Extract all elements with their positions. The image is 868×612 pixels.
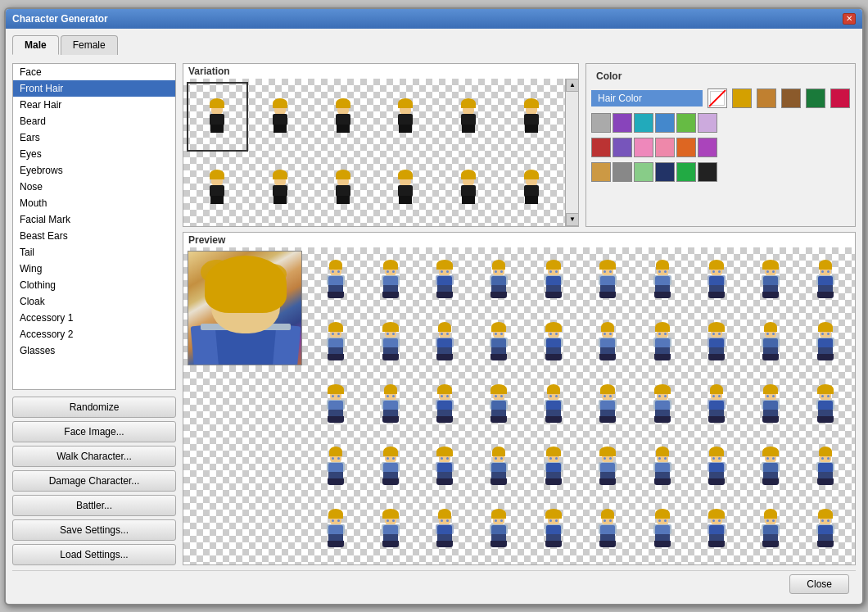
- sidebar-item-cloak[interactable]: Cloak: [13, 293, 175, 310]
- sprite-cell: [581, 251, 634, 311]
- color-swatch-brown[interactable]: [781, 88, 801, 108]
- variation-cell-9[interactable]: [312, 153, 373, 223]
- sidebar-item-eyes[interactable]: Eyes: [13, 146, 175, 162]
- color-swatch-crimson[interactable]: [830, 88, 850, 108]
- sprite-cell: [635, 375, 688, 436]
- scroll-down-btn[interactable]: ▼: [566, 213, 578, 226]
- tab-male[interactable]: Male: [12, 35, 59, 55]
- cs-empty6: [740, 162, 760, 182]
- sprite-cell: [472, 375, 525, 436]
- variation-cell-2[interactable]: [250, 82, 311, 152]
- cs-orange[interactable]: [676, 138, 696, 157]
- variation-cell-1[interactable]: [187, 82, 248, 152]
- cs-green[interactable]: [676, 113, 696, 133]
- color-grid-row4: [591, 162, 850, 182]
- sidebar-item-tail[interactable]: Tail: [13, 244, 175, 261]
- sprite-cell: [635, 500, 688, 560]
- cs-violet[interactable]: [613, 138, 632, 157]
- sidebar-item-wing[interactable]: Wing: [13, 261, 175, 277]
- sidebar-item-beast-ears[interactable]: Beast Ears: [13, 228, 175, 244]
- sidebar-item-beard[interactable]: Beard: [13, 113, 175, 129]
- randomize-button[interactable]: Randomize: [12, 397, 176, 418]
- cs-lpink[interactable]: [655, 138, 675, 157]
- cs-lavender[interactable]: [698, 113, 717, 133]
- color-swatch-gold[interactable]: [732, 88, 752, 108]
- sidebar-item-nose[interactable]: Nose: [13, 179, 175, 195]
- variation-grid: [183, 79, 565, 226]
- variation-cell-12[interactable]: [500, 153, 562, 223]
- sprite-cell: [581, 437, 634, 498]
- variation-cell-6[interactable]: [500, 82, 562, 152]
- sprite-cell: [418, 500, 471, 560]
- sprite-cell: [690, 437, 743, 498]
- main-area: Face Front Hair Rear Hair Beard Ears Eye…: [12, 63, 856, 565]
- cs-tan[interactable]: [591, 162, 611, 182]
- cs-empty3: [719, 138, 739, 157]
- cs-emerald[interactable]: [676, 162, 696, 182]
- color-swatch-none[interactable]: [708, 88, 727, 108]
- sprite-cell: [690, 375, 743, 436]
- right-panel: Variation: [183, 63, 856, 565]
- scroll-up-btn[interactable]: ▲: [566, 79, 578, 92]
- sprite-cell: [635, 251, 688, 311]
- sprite-cell: [418, 251, 471, 311]
- cs-teal[interactable]: [634, 113, 653, 133]
- cs-navy[interactable]: [655, 162, 675, 182]
- bottom-bar: Close: [12, 570, 856, 597]
- color-panel: Color Hair Color: [585, 63, 856, 227]
- cs-magenta[interactable]: [698, 138, 717, 157]
- close-button[interactable]: Close: [789, 574, 849, 594]
- sidebar-item-accessory2[interactable]: Accessory 2: [13, 326, 175, 342]
- sidebar-item-glasses[interactable]: Glasses: [13, 342, 175, 359]
- preview-panel: Preview: [183, 232, 856, 565]
- load-settings-button[interactable]: Load Settings...: [12, 544, 176, 565]
- sidebar-item-eyebrows[interactable]: Eyebrows: [13, 162, 175, 179]
- variation-cell-7[interactable]: [187, 153, 248, 223]
- tab-female[interactable]: Female: [61, 35, 118, 55]
- face-image-button[interactable]: Face Image...: [12, 421, 176, 442]
- color-swatch-amber[interactable]: [757, 88, 776, 108]
- cs-empty1: [719, 113, 739, 133]
- cs-gray[interactable]: [613, 162, 632, 182]
- cs-lgreen[interactable]: [634, 162, 653, 182]
- color-empty-area: [591, 187, 850, 221]
- preview-title: Preview: [183, 233, 855, 247]
- variation-cell-4[interactable]: [375, 82, 436, 152]
- variation-cell-5[interactable]: [438, 82, 500, 152]
- color-swatch-dark-green[interactable]: [806, 88, 825, 108]
- window-title: Character Generator: [12, 13, 108, 25]
- sprite-cell: [635, 437, 688, 498]
- cs-pink[interactable]: [634, 138, 653, 157]
- sprite-cell: [310, 313, 362, 374]
- sprite-cell: [364, 437, 416, 498]
- sidebar-item-ears[interactable]: Ears: [13, 129, 175, 146]
- cs-lgray[interactable]: [591, 113, 611, 133]
- cs-purple[interactable]: [613, 113, 632, 133]
- sprite-cell: [744, 500, 797, 560]
- sidebar-item-rear-hair[interactable]: Rear Hair: [13, 97, 175, 113]
- variation-cell-11[interactable]: [438, 153, 500, 223]
- variation-cell-10[interactable]: [375, 153, 436, 223]
- variation-cell-3[interactable]: [312, 82, 373, 152]
- sidebar-item-mouth[interactable]: Mouth: [13, 195, 175, 211]
- title-bar: Character Generator ✕: [6, 9, 862, 29]
- cs-blue[interactable]: [655, 113, 675, 133]
- walk-character-button[interactable]: Walk Character...: [12, 446, 176, 467]
- variation-scrollbar[interactable]: ▲ ▼: [565, 79, 578, 226]
- sidebar-item-facial-mark[interactable]: Facial Mark: [13, 211, 175, 228]
- close-icon[interactable]: ✕: [843, 13, 856, 25]
- preview-area: [183, 247, 855, 564]
- color-header: Hair Color: [591, 88, 850, 108]
- sidebar-item-clothing[interactable]: Clothing: [13, 277, 175, 293]
- sprite-cell: [744, 375, 797, 436]
- sprite-cell: [418, 313, 471, 374]
- variation-cell-8[interactable]: [250, 153, 311, 223]
- cs-red[interactable]: [591, 138, 611, 157]
- sidebar-item-face[interactable]: Face: [13, 64, 175, 80]
- cs-black[interactable]: [698, 162, 717, 182]
- battler-button[interactable]: Battler...: [12, 495, 176, 516]
- sidebar-item-accessory1[interactable]: Accessory 1: [13, 310, 175, 326]
- sidebar-item-front-hair[interactable]: Front Hair: [13, 80, 175, 97]
- damage-character-button[interactable]: Damage Character...: [12, 470, 176, 492]
- save-settings-button[interactable]: Save Settings...: [12, 519, 176, 541]
